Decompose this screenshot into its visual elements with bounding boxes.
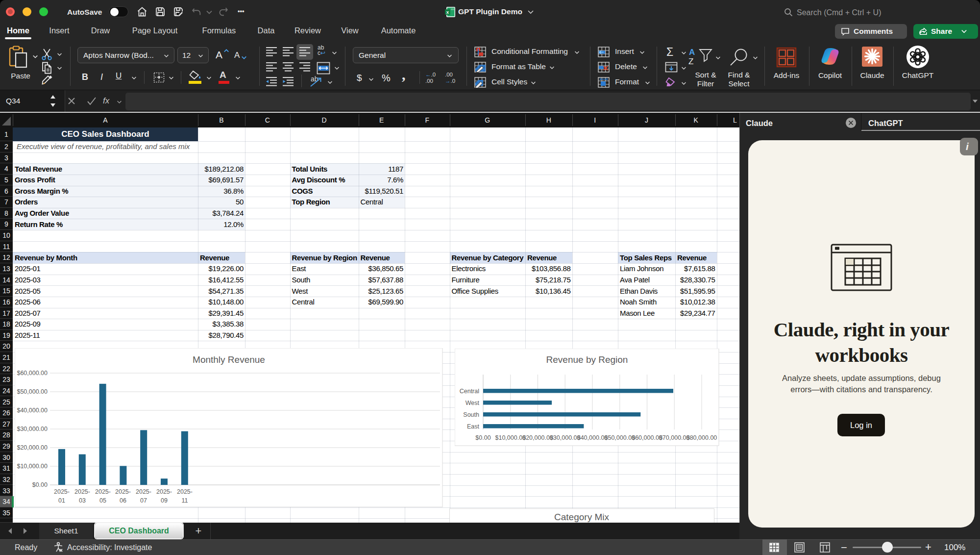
svg-text:Monthly Revenue: Monthly Revenue: [193, 354, 265, 365]
svg-text:$30,000.00: $30,000.00: [17, 426, 48, 432]
svg-text:2025-: 2025-: [74, 488, 90, 495]
svg-text:x: x: [446, 9, 449, 15]
svg-text:$20,000.00: $20,000.00: [17, 444, 48, 451]
svg-text:09: 09: [161, 497, 168, 504]
svg-text:$0.00: $0.00: [475, 434, 490, 441]
svg-text:05: 05: [99, 497, 106, 504]
svg-text:$20,000.00: $20,000.00: [522, 434, 553, 441]
svg-text:$50,000.00: $50,000.00: [605, 434, 636, 441]
svg-text:2025-: 2025-: [115, 488, 131, 495]
svg-text:$60,000.00: $60,000.00: [17, 370, 48, 377]
svg-text:$60,000.00: $60,000.00: [632, 434, 662, 441]
svg-text:11: 11: [182, 497, 188, 504]
svg-text:2025-: 2025-: [136, 488, 151, 495]
svg-text:2025-: 2025-: [95, 488, 111, 495]
svg-text:03: 03: [79, 497, 86, 504]
svg-text:$40,000.00: $40,000.00: [577, 434, 608, 441]
svg-text:06: 06: [120, 497, 126, 504]
svg-text:$30,000.00: $30,000.00: [550, 434, 581, 441]
svg-text:East: East: [467, 423, 480, 430]
svg-text:$80,000.00: $80,000.00: [686, 434, 717, 441]
svg-text:$10,000.00: $10,000.00: [495, 434, 526, 441]
svg-text:Revenue by Region: Revenue by Region: [546, 354, 628, 365]
svg-text:$70,000.00: $70,000.00: [659, 434, 690, 441]
svg-text:$0.00: $0.00: [32, 481, 48, 488]
svg-text:West: West: [466, 400, 480, 406]
svg-text:2025-: 2025-: [177, 488, 193, 495]
svg-text:2025-: 2025-: [156, 488, 172, 495]
svg-text:$10,000.00: $10,000.00: [17, 463, 48, 470]
svg-text:07: 07: [140, 497, 147, 504]
svg-text:Central: Central: [460, 388, 479, 395]
svg-text:$40,000.00: $40,000.00: [17, 407, 48, 414]
svg-text:2025-: 2025-: [54, 488, 70, 495]
svg-text:$50,000.00: $50,000.00: [17, 388, 48, 395]
svg-text:South: South: [463, 411, 479, 418]
svg-text:01: 01: [58, 497, 65, 504]
